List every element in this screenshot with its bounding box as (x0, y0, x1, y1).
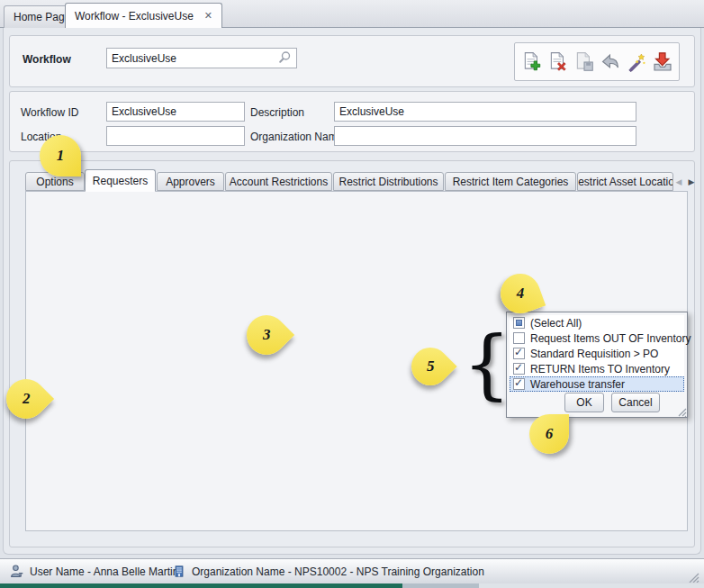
undo-icon[interactable] (599, 49, 621, 76)
callout-1: 1 (40, 135, 81, 176)
organization-icon (173, 565, 185, 578)
return-items-checkbox[interactable] (513, 363, 525, 375)
tab-scroll-right-icon[interactable]: ▶ (686, 176, 697, 188)
window-resize-grip[interactable] (687, 572, 699, 583)
tab-scroll-left-icon[interactable]: ◀ (673, 176, 684, 188)
dropdown-item-return-items[interactable]: RETURN Items TO Inventory (510, 361, 684, 376)
dropdown-item-standard-requisition[interactable]: Standard Requisition > PO (510, 346, 684, 361)
status-organization-text: Organization Name - NPS10002 - NPS Train… (192, 565, 484, 578)
dropdown-item-select-all[interactable]: (Select All) (510, 315, 684, 330)
warehouse-transfer-checkbox[interactable] (513, 378, 525, 390)
bottom-strip-gray (479, 583, 704, 588)
organization-name-input[interactable] (334, 126, 636, 146)
dropdown-item-request-out[interactable]: Request Items OUT OF Inventory (510, 330, 684, 346)
save-record-icon[interactable] (573, 49, 595, 76)
workflow-details-groupbox: Workflow ID Description Location Organiz… (9, 91, 695, 152)
tab-requesters[interactable]: Requesters (85, 169, 156, 192)
restricted-items-dropdown: (Select All) Request Items OUT OF Invent… (506, 312, 688, 418)
window-tab-bar: Home Page Workflow - ExclusiveUse ✕ (0, 0, 704, 28)
new-record-icon[interactable] (520, 49, 543, 76)
tab-workflow-label: Workflow - ExclusiveUse (75, 10, 194, 23)
popup-resize-grip[interactable] (676, 406, 687, 417)
wizard-icon[interactable] (625, 49, 647, 76)
status-user-text: User Name - Anna Belle Martin (30, 565, 178, 578)
workflow-id-input[interactable] (106, 102, 245, 122)
select-all-checkbox[interactable] (513, 317, 525, 329)
status-bar: User Name - Anna Belle Martin Organizati… (0, 558, 704, 583)
close-tab-icon[interactable]: ✕ (204, 10, 212, 22)
tab-restrict-asset-location[interactable]: Restrict Asset Location (577, 172, 673, 191)
tab-account-restrictions[interactable]: Account Restrictions (225, 172, 332, 191)
tab-workflow-exclusiveuse[interactable]: Workflow - ExclusiveUse ✕ (65, 3, 222, 28)
bottom-strip-green (0, 583, 402, 588)
user-icon (9, 564, 24, 579)
import-icon[interactable] (651, 49, 673, 76)
tab-home-page-label: Home Page (14, 11, 70, 23)
description-input[interactable] (334, 102, 636, 122)
workflow-input[interactable] (106, 48, 297, 68)
request-out-checkbox[interactable] (513, 332, 525, 344)
workflow-search-icon[interactable] (276, 50, 293, 66)
cancel-button[interactable]: Cancel (611, 393, 660, 412)
workflow-id-label: Workflow ID (21, 106, 78, 119)
callout-brace: { (463, 326, 510, 402)
tab-approvers[interactable]: Approvers (157, 172, 224, 191)
record-toolbar (514, 42, 680, 81)
location-input[interactable] (106, 126, 245, 146)
standard-requisition-checkbox[interactable] (513, 348, 525, 359)
workflow-label: Workflow (23, 53, 71, 66)
organization-name-label: Organization Name (250, 131, 343, 143)
dropdown-item-warehouse-transfer[interactable]: Warehouse transfer (510, 376, 684, 392)
bottom-strip-mid (402, 583, 479, 588)
workflow-groupbox: Workflow (9, 35, 695, 87)
tab-restrict-distributions[interactable]: Restrict Distributions (333, 172, 444, 191)
delete-record-icon[interactable] (546, 49, 569, 76)
description-label: Description (250, 106, 304, 119)
application-window: Home Page Workflow - ExclusiveUse ✕ Work… (0, 0, 704, 588)
tab-restrict-item-categories[interactable]: Restrict Item Categories (445, 172, 576, 191)
callout-6: 6 (529, 414, 569, 454)
ok-button[interactable]: OK (564, 393, 604, 412)
